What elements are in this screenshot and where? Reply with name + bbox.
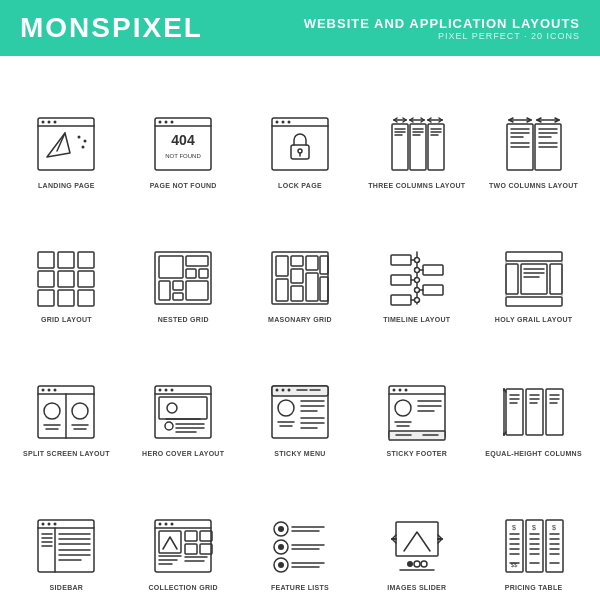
svg-point-134 [44,403,60,419]
icon-sticky-menu: STICKY MENU [244,330,357,460]
svg-rect-95 [291,256,303,266]
svg-point-14 [171,121,174,124]
icon-timeline-layout: TIMELINE LAYOUT [360,196,473,326]
timeline-layout-label: TIMELINE LAYOUT [383,315,450,324]
icon-split-screen: SPLIT SCREEN LAYOUT [10,330,123,460]
svg-point-130 [42,389,45,392]
svg-rect-88 [159,281,170,300]
icon-feature-lists: FEATURE LISTS [244,464,357,594]
svg-rect-182 [506,389,523,435]
icon-masonary-grid: MASONARY GRID [244,196,357,326]
icon-page-not-found: 404 NOT FOUND PAGE NOT FOUND [127,62,240,192]
header-subtitle: PIXEL PERFECT · 20 ICONS [304,31,580,41]
svg-rect-106 [391,275,411,285]
svg-point-170 [392,389,395,392]
lock-page-label: LOCK PAGE [278,181,322,190]
sidebar-label: SIDEBAR [50,583,84,592]
svg-rect-125 [506,297,562,306]
svg-rect-80 [38,290,54,306]
svg-point-173 [395,400,411,416]
svg-rect-242 [396,522,438,556]
svg-rect-226 [185,544,197,554]
svg-point-131 [48,389,51,392]
svg-point-114 [414,268,419,273]
svg-rect-98 [306,256,318,270]
svg-rect-112 [423,265,443,275]
svg-rect-119 [506,264,518,294]
svg-rect-79 [78,271,94,287]
icon-equal-height: EQUAL-HEIGHT COLUMNS [477,330,590,460]
svg-point-111 [414,298,419,303]
hero-cover-label: HERO COVER LAYOUT [142,449,224,458]
feature-lists-label: FEATURE LISTS [271,583,329,592]
three-columns-label: THREE COLUMNS LAYOUT [368,181,465,190]
svg-rect-153 [272,386,328,396]
logo: MONSPIXEL [20,12,203,44]
header: MONSPIXEL WEBSITE AND APPLICATION LAYOUT… [0,0,600,56]
svg-point-144 [171,389,174,392]
split-screen-label: SPLIT SCREEN LAYOUT [23,449,110,458]
svg-point-231 [278,526,284,532]
collection-grid-label: COLLECTION GRID [148,583,217,592]
page-not-found-label: PAGE NOT FOUND [150,181,217,190]
svg-rect-76 [78,252,94,268]
svg-point-155 [281,389,284,392]
icon-collection-grid: COLLECTION GRID [127,464,240,594]
svg-rect-145 [159,397,207,419]
sidebar-icon [31,514,101,579]
svg-rect-227 [200,544,212,554]
pricing-table-label: PRICING TABLE [505,583,563,592]
svg-text:NOT FOUND: NOT FOUND [165,153,201,159]
svg-point-137 [72,403,88,419]
grid-layout-icon [31,246,101,311]
svg-point-7 [78,136,81,139]
images-slider-icon [382,514,452,579]
icon-pricing-table: $ $$ $ $ [477,464,590,594]
lock-page-icon [265,112,335,177]
svg-rect-109 [391,295,411,305]
svg-point-251 [421,561,427,567]
svg-rect-75 [58,252,74,268]
svg-point-105 [414,258,419,263]
svg-point-239 [278,562,284,568]
svg-rect-103 [391,255,411,265]
holy-grail-icon [499,246,569,311]
svg-rect-87 [199,269,208,278]
svg-rect-77 [38,271,54,287]
svg-rect-94 [276,279,288,301]
svg-point-235 [278,544,284,550]
icon-hero-cover: HERO COVER LAYOUT [127,330,240,460]
svg-rect-224 [185,531,197,541]
svg-rect-220 [159,531,181,553]
svg-point-12 [159,121,162,124]
landing-page-icon [31,112,101,177]
svg-rect-82 [78,290,94,306]
svg-point-8 [84,140,87,143]
icon-sidebar: SIDEBAR [10,464,123,594]
svg-point-249 [407,561,413,567]
svg-rect-97 [291,286,303,301]
svg-point-3 [48,121,51,124]
icon-grid-layout: GRID LAYOUT [10,196,123,326]
svg-rect-93 [276,256,288,276]
page: MONSPIXEL WEBSITE AND APPLICATION LAYOUT… [0,0,600,600]
svg-rect-99 [306,273,318,301]
feature-lists-icon [265,514,335,579]
svg-point-9 [82,146,85,149]
equal-height-label: EQUAL-HEIGHT COLUMNS [485,449,582,458]
timeline-layout-icon [382,246,452,311]
sticky-footer-label: STICKY FOOTER [387,449,448,458]
svg-rect-91 [186,281,208,300]
three-columns-icon [382,112,452,177]
icons-grid: LANDING PAGE 404 NOT FOUND PAGE NOT FOUN… [0,56,600,600]
svg-point-219 [171,523,174,526]
svg-rect-48 [428,124,444,170]
svg-point-201 [42,523,45,526]
header-right: WEBSITE AND APPLICATION LAYOUTS PIXEL PE… [304,16,580,41]
svg-text:$$: $$ [510,562,517,568]
nested-grid-icon [148,246,218,311]
icon-nested-grid: NESTED GRID [127,196,240,326]
hero-cover-icon [148,380,218,445]
svg-rect-186 [526,389,543,435]
svg-rect-81 [58,290,74,306]
